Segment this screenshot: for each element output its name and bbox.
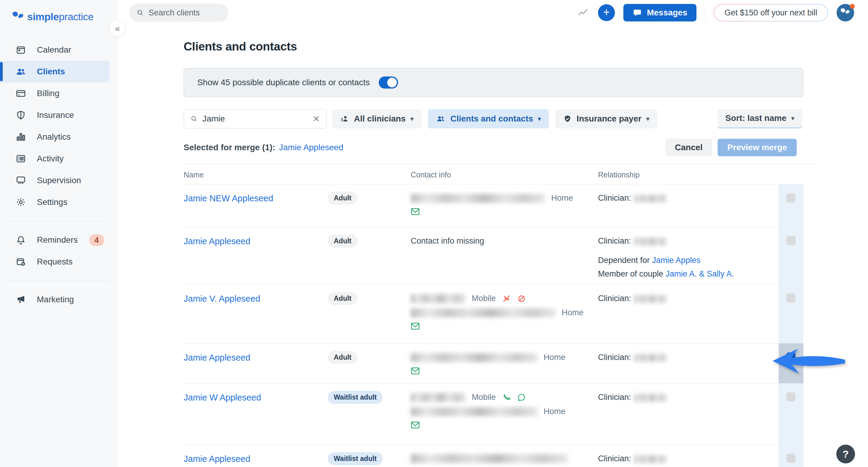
dependent-client-link[interactable]: Jamie Apples xyxy=(652,256,701,265)
sidebar-item-billing[interactable]: Billing xyxy=(0,83,118,104)
contact-missing-text: Contact info missing xyxy=(411,236,484,245)
row-checkbox[interactable] xyxy=(786,392,796,401)
email-icon[interactable] xyxy=(411,421,420,429)
redacted-email xyxy=(411,194,545,203)
sidebar-item-reminders[interactable]: Reminders 4 xyxy=(0,229,118,251)
dependent-prefix: Dependent for xyxy=(598,256,650,265)
row-checkbox[interactable] xyxy=(786,454,796,463)
row-checkbox[interactable] xyxy=(786,194,796,203)
row-checkbox[interactable] xyxy=(786,236,796,245)
clinicians-filter-dropdown[interactable]: All clinicians ▾ xyxy=(332,109,421,128)
billing-icon xyxy=(15,88,27,98)
clinician-label: Clinician: xyxy=(598,194,631,203)
sidebar-item-marketing[interactable]: Marketing xyxy=(0,289,118,311)
column-header-contact: Contact info xyxy=(411,171,598,179)
redacted-clinician xyxy=(634,394,667,402)
account-avatar[interactable] xyxy=(837,4,854,22)
topbar: + Messages Get $150 off your next bill xyxy=(118,0,868,25)
sidebar-item-label: Activity xyxy=(37,154,64,164)
contact-label: Home xyxy=(544,353,565,362)
sidebar-item-calendar[interactable]: Calendar xyxy=(0,39,118,61)
calendar-icon xyxy=(15,45,27,55)
clients-filter-search[interactable]: ✕ xyxy=(184,109,327,128)
sidebar-item-supervision[interactable]: Supervision xyxy=(0,170,118,191)
help-button[interactable]: ? xyxy=(836,445,855,463)
client-name-link[interactable]: Jamie Appleseed xyxy=(184,236,328,285)
messages-button[interactable]: Messages xyxy=(623,4,696,22)
activity-list-icon xyxy=(15,153,27,164)
search-icon xyxy=(136,8,144,17)
clinician-label: Clinician: xyxy=(598,392,631,402)
email-icon[interactable] xyxy=(411,208,420,215)
merge-row: Selected for merge (1): Jamie Appleseed … xyxy=(184,139,815,156)
sidebar-item-label: Reminders xyxy=(37,235,78,245)
sidebar-item-activity[interactable]: Activity xyxy=(0,148,118,170)
redacted-clinician xyxy=(634,195,667,203)
relationship-cell: Clinician: xyxy=(598,294,779,343)
sidebar-item-analytics[interactable]: Analytics xyxy=(0,126,118,148)
sidebar-collapse-button[interactable]: « xyxy=(109,20,126,37)
duplicates-toggle[interactable] xyxy=(379,77,398,89)
client-type-badge: Waitlist adult xyxy=(328,452,383,465)
insurance-payer-filter-dropdown[interactable]: Insurance payer ▾ xyxy=(555,109,657,128)
brand-logo: simplepractice xyxy=(0,0,118,23)
global-search[interactable] xyxy=(129,4,228,22)
voicemail-disabled-icon xyxy=(517,294,526,303)
relationship-cell: Clinician: xyxy=(598,454,779,467)
sidebar-item-settings[interactable]: Settings xyxy=(0,191,118,213)
relationship-cell: Clinician: xyxy=(598,353,779,383)
clients-contacts-filter-dropdown[interactable]: Clients and contacts ▾ xyxy=(428,109,549,128)
selected-for-merge-label: Selected for merge (1): xyxy=(184,143,275,152)
gear-icon xyxy=(15,197,27,207)
global-search-input[interactable] xyxy=(149,8,221,18)
create-new-button[interactable]: + xyxy=(598,4,615,21)
client-name-link[interactable]: Jamie Appleseed xyxy=(184,454,328,467)
sidebar-item-requests[interactable]: Requests xyxy=(0,251,118,273)
brand-name-light: practice xyxy=(59,11,94,22)
butterfly-logo-icon xyxy=(12,11,24,22)
message-bubble-icon xyxy=(632,8,642,17)
app-window: simplepractice « Calendar Clients Billi xyxy=(0,0,868,467)
redacted-phone xyxy=(411,294,466,303)
contact-label: Home xyxy=(551,194,573,203)
email-icon[interactable] xyxy=(411,322,420,330)
contact-info-cell xyxy=(411,454,598,467)
chevron-down-icon: ▾ xyxy=(538,115,541,122)
checkbox-cell xyxy=(779,445,803,467)
redacted-clinician xyxy=(634,295,667,303)
couple-client-link[interactable]: Jamie A. & Sally A. xyxy=(665,269,734,279)
email-icon[interactable] xyxy=(411,367,420,375)
promo-button[interactable]: Get $150 off your next bill xyxy=(714,4,828,22)
sort-dropdown[interactable]: Sort: last name ▾ xyxy=(718,109,802,128)
sidebar-item-label: Insurance xyxy=(37,110,74,120)
preview-merge-button[interactable]: Preview merge xyxy=(718,139,797,156)
table-row: Jamie Appleseed Waitlist adult Clinician… xyxy=(184,445,815,467)
sidebar-item-label: Supervision xyxy=(37,176,81,185)
sidebar-item-insurance[interactable]: Insurance xyxy=(0,104,118,126)
sidebar-item-label: Requests xyxy=(37,257,72,267)
client-type-badge: Adult xyxy=(328,235,358,247)
merge-actions: Cancel Preview merge xyxy=(665,139,797,156)
sidebar-item-clients[interactable]: Clients xyxy=(0,61,110,83)
redacted-clinician xyxy=(634,238,667,245)
client-name-link[interactable]: Jamie Appleseed xyxy=(184,353,328,383)
sidebar-item-label: Billing xyxy=(37,89,60,98)
shield-check-icon xyxy=(563,114,572,123)
annotation-arrow xyxy=(771,348,847,374)
row-checkbox[interactable] xyxy=(786,293,796,302)
contact-label: Mobile xyxy=(472,294,496,303)
client-name-link[interactable]: Jamie W Appleseed xyxy=(184,392,328,445)
redacted-email xyxy=(411,454,568,463)
checkbox-cell xyxy=(779,285,803,343)
cancel-button[interactable]: Cancel xyxy=(665,139,712,156)
selected-client-link[interactable]: Jamie Appleseed xyxy=(279,143,343,152)
clear-search-icon[interactable]: ✕ xyxy=(313,114,320,124)
chevron-down-icon: ▾ xyxy=(410,115,413,122)
duplicates-toggle-label: Show 45 possible duplicate clients or co… xyxy=(197,78,370,87)
client-name-link[interactable]: Jamie V. Appleseed xyxy=(184,294,328,343)
trending-icon[interactable] xyxy=(578,8,590,17)
table-row: Jamie NEW Appleseed Adult Home Clinician… xyxy=(184,184,815,227)
table-row: Jamie W Appleseed Waitlist adult Mobile … xyxy=(184,383,815,445)
client-name-link[interactable]: Jamie NEW Appleseed xyxy=(184,194,328,227)
clients-filter-input[interactable] xyxy=(203,114,308,124)
